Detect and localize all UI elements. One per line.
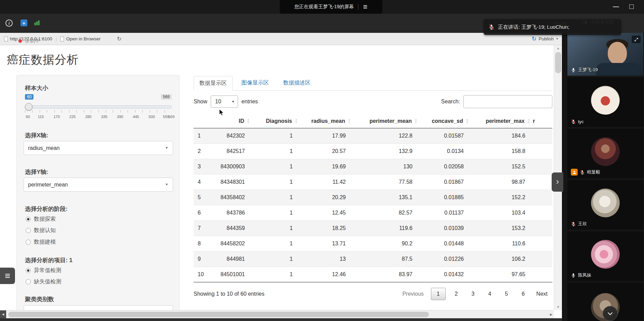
col-perimeter-max[interactable]: perimeter_max [469, 114, 531, 128]
sample-size-slider[interactable]: 60 569 60 115 170 225 280 335 390 445 50… [25, 94, 172, 126]
scroll-left-icon[interactable]: ◀ [0, 310, 6, 318]
col-radius-mean[interactable]: radius_mean [298, 114, 351, 128]
chart-bars-icon[interactable] [34, 20, 40, 26]
show-label: Show [194, 99, 207, 105]
col-perimeter-mean[interactable]: perimeter_mean [351, 114, 418, 128]
sort-icon[interactable] [415, 118, 417, 124]
scroll-right-icon[interactable]: ▶ [550, 313, 552, 316]
participant-name: 王欣 [578, 221, 587, 227]
list-lines-icon [4, 272, 11, 279]
participant-tile-wangxin[interactable]: 王欣 [567, 180, 643, 230]
sidebar-collapse-button[interactable] [603, 306, 618, 321]
radio-missing-detect[interactable]: 缺失值检测 [26, 278, 61, 285]
tile-expand-button[interactable] [632, 36, 641, 43]
sort-icon[interactable] [466, 118, 469, 124]
col-clipped[interactable]: r [531, 114, 552, 128]
page-size-select[interactable]: 10 [211, 95, 238, 108]
x-axis-select[interactable]: radius_mean [24, 141, 173, 155]
tab-image-display[interactable]: 图像显示区 [236, 76, 274, 90]
participant-tile-wangmengfei[interactable]: 王梦飞-19 [567, 33, 643, 76]
sort-icon[interactable] [527, 118, 530, 124]
speaking-toast: 正在讲话: 王梦飞-19; LuoChun; [484, 19, 621, 35]
x-axis-value: radius_mean [28, 145, 60, 151]
tab-data-display[interactable]: 数据显示区 [194, 76, 233, 91]
panel-collapse-handle[interactable] [552, 172, 563, 192]
table-row[interactable]: 6843786112.4582.570.01137103.4 [194, 205, 552, 221]
outline-toggle-button[interactable] [0, 268, 15, 284]
radio-stage-modeling[interactable]: 数据建模 [26, 239, 56, 246]
page-button-1[interactable]: 1 [431, 288, 446, 300]
minimize-button[interactable] [613, 7, 619, 7]
table-row[interactable]: 384300903119.691300.02058152.5 [194, 159, 552, 175]
slider-max-label: 569 [161, 94, 172, 100]
page-button-6[interactable]: 6 [517, 288, 529, 300]
scroll-up-icon[interactable]: ▲ [554, 47, 562, 50]
radio-icon[interactable] [26, 240, 31, 245]
viewer-toolbar: http://127.0.0.1:6100 | Open in Browser … [0, 33, 563, 45]
table-footer: Showing 1 to 10 of 60 entries Previous 1… [194, 288, 552, 300]
sort-icon[interactable] [348, 118, 351, 124]
col-rownum[interactable] [194, 114, 209, 128]
meeting-window: 您正在观看王梦飞-19的屏幕 i + 19:38 演讲者视图 ▼ 正在讲话: 王… [0, 0, 644, 321]
page-button-3[interactable]: 3 [467, 288, 479, 300]
previous-button[interactable]: Previous [397, 288, 428, 300]
open-in-browser-button[interactable]: Open in Browser [60, 36, 101, 41]
participant-tile-chenfengmei[interactable]: 陈凤妹 [567, 231, 643, 281]
participant-name: 王梦飞-19 [578, 67, 598, 73]
table-row[interactable]: 484348301111.4277.580.0186798.87 [194, 175, 552, 190]
table-row[interactable]: 884458202113.7190.20.01448110.6 [194, 236, 552, 252]
mic-muted-icon [571, 119, 576, 124]
avatar [591, 240, 620, 269]
participant-tile-tyc[interactable]: tyc [567, 77, 643, 127]
table-row[interactable]: 584358402120.29135.10.01885152.2 [194, 190, 552, 205]
radio-stage-explore[interactable]: 数据探索 [26, 216, 56, 223]
mic-muted-icon [580, 170, 585, 175]
radio-selected-icon[interactable] [26, 268, 31, 273]
slider-track[interactable] [25, 105, 172, 108]
mic-muted-icon [571, 221, 576, 227]
screen-share-banner: 您正在观看王梦飞-19的屏幕 [280, 0, 382, 14]
maximize-button[interactable] [629, 4, 634, 9]
speaking-toast-text: 正在讲话: 王梦飞-19; LuoChun; [498, 24, 569, 30]
search-input[interactable] [463, 95, 552, 108]
radio-icon[interactable] [26, 228, 31, 233]
refresh-icon[interactable]: ↻ [117, 36, 121, 42]
tab-data-description[interactable]: 数据描述区 [278, 76, 316, 90]
radio-selected-icon[interactable] [26, 217, 31, 222]
y-axis-select[interactable]: perimeter_mean [24, 178, 173, 192]
info-icon[interactable]: i [5, 20, 13, 27]
col-concave-sd[interactable]: concave_sd [418, 114, 469, 128]
screen-share-banner-text: 您正在观看王梦飞-19的屏幕 [294, 4, 354, 10]
horizontal-scrollbar[interactable]: ◀ ▶ [0, 310, 554, 318]
radio-stage-cognition[interactable]: 数据认知 [26, 227, 56, 234]
col-diagnosis[interactable]: Diagnosis [250, 114, 298, 128]
scroll-down-icon[interactable]: ▼ [554, 305, 562, 309]
main-panel: 数据显示区 图像显示区 数据描述区 Show 10 entries Search… [194, 76, 552, 300]
participant-name: 陈凤妹 [578, 272, 591, 278]
page-button-4[interactable]: 4 [484, 288, 496, 300]
blue-plus-icon[interactable]: + [21, 20, 27, 26]
vertical-scroll-thumb[interactable] [555, 52, 561, 73]
banner-menu-icon[interactable] [363, 4, 368, 10]
slider-handle[interactable] [25, 103, 32, 111]
slider-grid [25, 110, 172, 113]
control-sidebar: 样本大小 60 569 60 115 170 225 280 335 390 4… [16, 75, 180, 311]
slider-tick: 115 [38, 115, 44, 119]
y-axis-value: perimeter_mean [28, 182, 68, 188]
table-row[interactable]: 984498111387.50.01226106.2 [194, 252, 552, 267]
col-id[interactable]: ID [209, 114, 250, 128]
table-row[interactable]: 7844359118.25119.60.01039153.2 [194, 221, 552, 236]
sort-icon[interactable] [295, 118, 298, 124]
radio-outlier-detect[interactable]: 异常值检测 [26, 267, 61, 274]
table-row[interactable]: 1084501001112.4683.970.0143297.65 [194, 267, 552, 282]
sort-icon[interactable] [247, 118, 250, 124]
participant-tile-chengxianyi[interactable]: 程显毅 [567, 129, 643, 178]
page-button-5[interactable]: 5 [500, 288, 512, 300]
horizontal-scroll-thumb[interactable] [8, 312, 429, 317]
table-row[interactable]: 2842517120.57132.90.0134158.8 [194, 144, 552, 159]
table-row[interactable]: 1842302117.99122.80.01587184.6 [194, 128, 552, 144]
page-button-2[interactable]: 2 [450, 288, 462, 300]
next-button[interactable]: Next [531, 288, 552, 300]
radio-icon[interactable] [26, 279, 31, 284]
recording-indicator: 录制中 [18, 38, 40, 44]
